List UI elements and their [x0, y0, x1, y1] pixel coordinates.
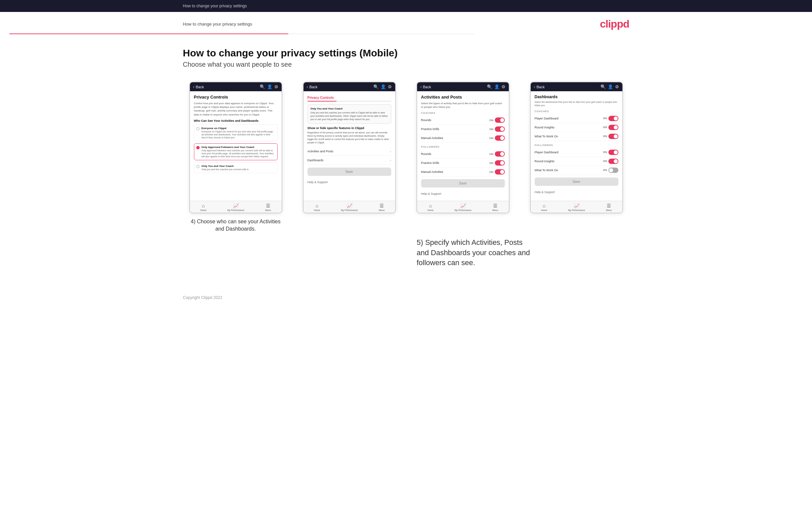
- show-hide-text: Regardless of the privacy controls that …: [308, 131, 391, 144]
- back-label-3[interactable]: Back: [423, 85, 431, 89]
- main-content: How to change your privacy settings (Mob…: [174, 34, 639, 288]
- people-icon-4[interactable]: 👤: [608, 84, 613, 89]
- followers-manual-toggle[interactable]: [495, 169, 505, 174]
- save-button-2[interactable]: Save: [308, 168, 391, 176]
- nav-menu-4[interactable]: ☰ Menu: [606, 203, 612, 211]
- coaches-manual-toggle[interactable]: [495, 135, 505, 141]
- coaches-round-insights-toggle[interactable]: [608, 125, 618, 130]
- followers-label-4: FOLLOWERS: [535, 144, 618, 147]
- nav-performance-2[interactable]: 📈 My Performance: [341, 203, 358, 211]
- back-arrow-1[interactable]: ‹: [193, 84, 195, 89]
- home-label-1: Home: [200, 209, 207, 211]
- menu-row-activities[interactable]: Activities and Posts ›: [308, 147, 391, 156]
- followers-rounds-toggle[interactable]: [495, 151, 505, 157]
- search-icon-1[interactable]: 🔍: [260, 84, 265, 89]
- people-icon-1[interactable]: 👤: [267, 84, 272, 89]
- back-arrow-3[interactable]: ‹: [420, 84, 422, 89]
- followers-manual-on: ON: [490, 171, 494, 174]
- followers-what-to-work-right: ON: [603, 168, 618, 173]
- radio-option-everyone[interactable]: Everyone on Clippd Everyone on Clippd ca…: [194, 124, 277, 142]
- privacy-tab-active[interactable]: Privacy Controls: [308, 95, 337, 102]
- coaches-round-insights-label: Round Insights: [535, 126, 555, 129]
- followers-drills-toggle[interactable]: [495, 160, 505, 166]
- save-button-4[interactable]: Save: [535, 177, 618, 186]
- nav-performance-1[interactable]: 📈 My Performance: [227, 203, 244, 211]
- radio-dot-followers: [196, 146, 200, 149]
- option-desc-coach: Only you and the coaches you connect wit…: [202, 168, 249, 171]
- nav-home-4[interactable]: ⌂ Home: [541, 203, 547, 211]
- nav-menu-2[interactable]: ☰ Menu: [379, 203, 385, 211]
- page-subheading: Choose what you want people to see: [183, 61, 629, 68]
- performance-label-3: My Performance: [454, 209, 471, 211]
- phone-topbar-3: ‹ Back 🔍 👤 ⚙: [417, 82, 509, 91]
- phone-frame-1: ‹ Back 🔍 👤 ⚙ Privacy Controls Control ho…: [189, 81, 282, 213]
- save-button-3[interactable]: Save: [421, 179, 505, 187]
- option-desc-everyone: Everyone on Clippd can search for you an…: [202, 130, 275, 139]
- followers-what-to-work-row: What To Work On ON: [535, 166, 618, 175]
- topbar-icons-4: 🔍 👤 ⚙: [601, 84, 619, 89]
- activities-body: Select the types of activity that you'd …: [421, 102, 505, 109]
- settings-icon-4[interactable]: ⚙: [615, 84, 619, 89]
- nav-performance-4[interactable]: 📈 My Performance: [568, 203, 585, 211]
- performance-icon-3: 📈: [460, 203, 466, 208]
- back-arrow-4[interactable]: ‹: [534, 84, 536, 89]
- nav-home-1[interactable]: ⌂ Home: [200, 203, 207, 211]
- coaches-rounds-toggle[interactable]: [495, 117, 505, 123]
- header: How to change your privacy settings clip…: [174, 12, 639, 34]
- followers-what-to-work-toggle[interactable]: [608, 168, 618, 173]
- search-icon-2[interactable]: 🔍: [373, 84, 378, 89]
- followers-player-dashboard-label: Player Dashboard: [535, 151, 559, 154]
- topbar-icons-1: 🔍 👤 ⚙: [260, 84, 278, 89]
- search-icon-4[interactable]: 🔍: [601, 84, 606, 89]
- settings-icon-1[interactable]: ⚙: [274, 84, 278, 89]
- performance-label-2: My Performance: [341, 209, 358, 211]
- phone-topbar-left-2: ‹ Back: [307, 84, 317, 89]
- help-support-3: Help & Support: [421, 190, 505, 198]
- search-icon-3[interactable]: 🔍: [487, 84, 492, 89]
- coaches-drills-on: ON: [490, 128, 494, 131]
- radio-option-coach[interactable]: Only You and Your Coach Only you and the…: [194, 162, 277, 173]
- coaches-round-insights-row: Round Insights ON: [535, 123, 618, 132]
- phone-frame-3: ‹ Back 🔍 👤 ⚙ Activities and Posts Select…: [416, 81, 509, 213]
- phone-bottom-nav-2: ⌂ Home 📈 My Performance ☰ Menu: [304, 201, 395, 213]
- phone-topbar-1: ‹ Back 🔍 👤 ⚙: [190, 82, 282, 91]
- followers-manual-right: ON: [490, 169, 505, 174]
- screenshot-group-1: ‹ Back 🔍 👤 ⚙ Privacy Controls Control ho…: [183, 81, 289, 233]
- radio-dot-everyone: [196, 127, 200, 130]
- menu-row-dashboards[interactable]: Dashboards ›: [308, 156, 391, 165]
- radio-option-followers[interactable]: Only Approved Followers and Your Coach O…: [194, 143, 277, 160]
- nav-menu-1[interactable]: ☰ Menu: [265, 203, 271, 211]
- copyright: Copyright Clippd 2022: [183, 295, 222, 300]
- nav-performance-3[interactable]: 📈 My Performance: [454, 203, 471, 211]
- followers-what-to-work-label: What To Work On: [535, 169, 558, 172]
- settings-icon-3[interactable]: ⚙: [502, 84, 505, 89]
- activities-title: Activities and Posts: [421, 95, 505, 100]
- menu-row-dashboards-label: Dashboards: [308, 159, 324, 162]
- people-icon-2[interactable]: 👤: [380, 84, 386, 89]
- option-desc-followers: Only approved followers and coaches you …: [202, 149, 275, 158]
- back-label-1[interactable]: Back: [196, 85, 204, 89]
- coaches-player-dashboard-toggle[interactable]: [608, 116, 618, 121]
- caption-1: 4) Choose who can see your Activities an…: [189, 218, 282, 233]
- back-label-4[interactable]: Back: [537, 85, 545, 89]
- nav-home-3[interactable]: ⌂ Home: [427, 203, 434, 211]
- coaches-what-to-work-toggle[interactable]: [608, 134, 618, 139]
- followers-player-dashboard-toggle[interactable]: [608, 150, 618, 155]
- radio-text-followers: Only Approved Followers and Your Coach O…: [202, 146, 275, 158]
- people-icon-3[interactable]: 👤: [494, 84, 500, 89]
- back-arrow-2[interactable]: ‹: [307, 84, 308, 89]
- caption-space-1: [183, 233, 289, 268]
- coaches-manual-label: Manual Activities: [421, 136, 443, 140]
- coaches-round-insights-right: ON: [603, 125, 618, 130]
- followers-round-insights-toggle[interactable]: [608, 159, 618, 164]
- caption-right-line2: and Dashboards your coaches and: [417, 248, 530, 257]
- menu-icon-4: ☰: [607, 203, 611, 208]
- back-label-2[interactable]: Back: [309, 85, 317, 89]
- caption-right-line3: followers can see.: [417, 259, 475, 267]
- nav-menu-3[interactable]: ☰ Menu: [493, 203, 499, 211]
- nav-home-2[interactable]: ⌂ Home: [314, 203, 320, 211]
- coaches-drills-row: Practice Drills ON: [421, 125, 505, 134]
- phone-bottom-nav-1: ⌂ Home 📈 My Performance ☰ Menu: [190, 201, 282, 213]
- coaches-drills-toggle[interactable]: [495, 126, 505, 132]
- settings-icon-2[interactable]: ⚙: [388, 84, 392, 89]
